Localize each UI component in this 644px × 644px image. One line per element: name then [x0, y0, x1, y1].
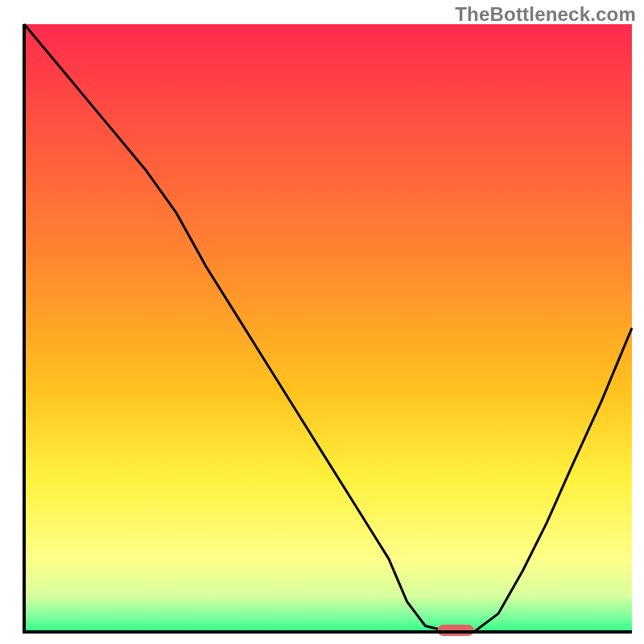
watermark-text: TheBottleneck.com — [455, 3, 636, 26]
chart-container: TheBottleneck.com — [0, 0, 644, 644]
bottleneck-chart — [0, 0, 644, 644]
plot-background — [24, 24, 632, 632]
